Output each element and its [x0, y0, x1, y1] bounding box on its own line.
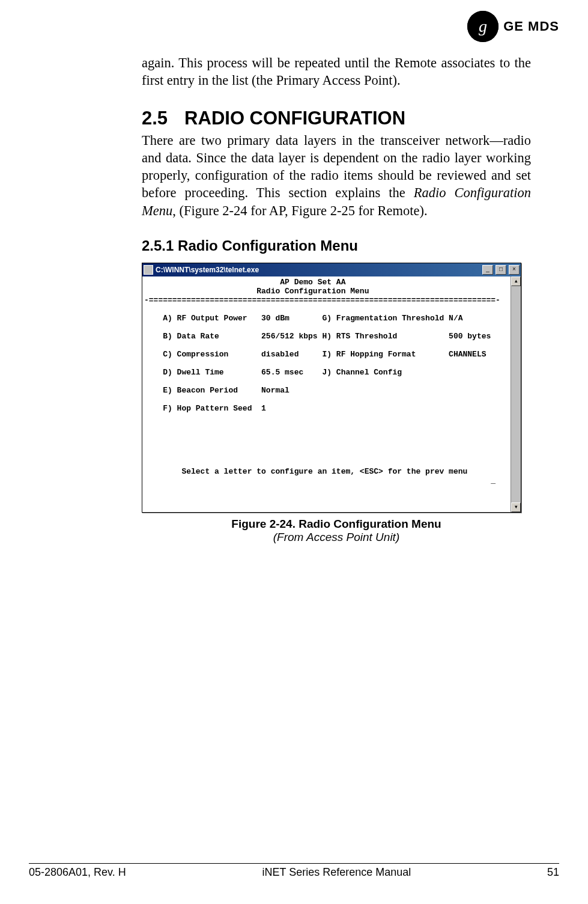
telnet-window: C:\WINNT\system32\telnet.exe _ □ × AP De…	[142, 263, 521, 513]
subsection-heading: 2.5.1 Radio Configuration Menu	[142, 237, 531, 254]
intro-paragraph: again. This process will be repeated unt…	[142, 54, 531, 90]
close-button[interactable]: ×	[509, 265, 520, 275]
terminal-output[interactable]: AP Demo Set AA Radio Configuration Menu …	[142, 276, 511, 512]
section-heading: 2.5 RADIO CONFIGURATION	[142, 108, 531, 129]
scroll-down-button[interactable]: ▾	[511, 502, 521, 512]
section-number: 2.5	[142, 108, 168, 129]
section-title: RADIO CONFIGURATION	[184, 108, 405, 129]
brand-text: GE MDS	[503, 19, 559, 34]
vertical-scrollbar[interactable]: ▴ ▾	[511, 276, 521, 512]
main-content: again. This process will be repeated unt…	[142, 54, 531, 544]
ge-monogram-icon: g	[467, 11, 499, 42]
section-paragraph: There are two primary data layers in the…	[142, 132, 531, 219]
window-titlebar[interactable]: C:\WINNT\system32\telnet.exe _ □ ×	[142, 263, 521, 276]
figure-caption: Figure 2-24. Radio Configuration Menu (F…	[142, 518, 531, 544]
minimize-button[interactable]: _	[482, 265, 493, 275]
footer-doc-id: 05-2806A01, Rev. H	[29, 866, 126, 879]
caption-title: Figure 2-24. Radio Configuration Menu	[142, 518, 531, 531]
section-para-b: , (Figure 2-24 for AP, Figure 2-25 for R…	[172, 203, 427, 218]
svg-text:g: g	[479, 17, 487, 35]
footer-page-number: 51	[547, 866, 559, 879]
scroll-up-button[interactable]: ▴	[511, 276, 521, 286]
app-icon	[144, 265, 153, 275]
caption-subtitle: (From Access Point Unit)	[142, 531, 531, 544]
maximize-button[interactable]: □	[496, 265, 506, 275]
brand-logo: g GE MDS	[467, 11, 559, 42]
page: g GE MDS again. This process will be rep…	[0, 0, 588, 904]
window-body: AP Demo Set AA Radio Configuration Menu …	[142, 276, 521, 512]
footer-manual-title: iNET Series Reference Manual	[262, 866, 411, 879]
page-footer: 05-2806A01, Rev. H iNET Series Reference…	[29, 863, 559, 879]
window-title: C:\WINNT\system32\telnet.exe	[156, 266, 480, 274]
